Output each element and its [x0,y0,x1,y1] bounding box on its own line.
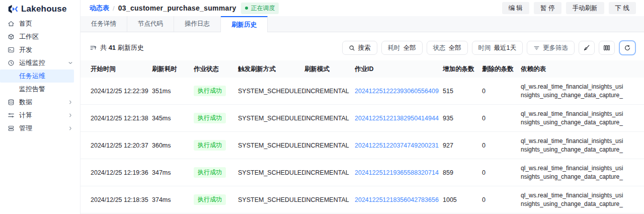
duration-filter-button[interactable]: 耗时 全部 [381,41,423,55]
cell-duration: 360ms [152,142,194,149]
lakehouse-logo-icon [7,4,18,15]
time-filter-button[interactable]: 时间 最近1天 [472,41,523,55]
column-settings-button[interactable] [599,41,615,55]
sidebar-item-label: 数据 [19,98,32,107]
sidebar-item-home[interactable]: 首页 [0,17,80,30]
sidebar-item-data[interactable]: 数据 [0,96,80,109]
status-filter-button[interactable]: 状态 全部 [427,41,468,55]
job-id-link[interactable]: 202412251218356042783656 [355,196,439,203]
sidebar-item-label: 任务运维 [19,72,45,81]
tab-bar: 任务详情 节点代码 操作日志 刷新历史 [80,16,644,32]
col-duration: 刷新耗时 [152,65,194,74]
job-id-link[interactable]: 202412251221382950414944 [355,115,439,122]
filter-value: 最近1天 [494,44,516,52]
workspace-cube-icon [8,33,15,40]
sidebar-item-label: 监控告警 [19,85,45,94]
sidebar-item-admin[interactable]: 管理 [0,122,80,135]
page-title: 03_customer_purchase_summary [118,4,236,12]
cell-duration: 374ms [152,196,194,203]
more-filters-button[interactable]: 更多筛选 [527,41,575,55]
sidebar-nav: 首页 工作区 开发 运维监控 任务运维 监控告 [0,17,80,135]
tab-refresh-history[interactable]: 刷新历史 [221,16,268,32]
count-prefix: 共 [100,44,107,51]
job-status-badge: 执行成功 [194,86,226,96]
list-toolbar: 共 41 刷新历史 搜索 耗时 全部 状态 全部 时间 最 [80,32,644,60]
manual-refresh-button[interactable]: 手动刷新 [566,2,604,14]
cell-start-time: 2024/12/25 12:19:36 [91,169,152,176]
cell-dependent-table: ql_ws.real_time_financial_insights_usi n… [521,137,644,154]
cell-deleted: 0 [482,196,521,203]
tab-operation-log[interactable]: 操作日志 [174,16,221,32]
search-label: 搜索 [358,44,371,52]
filter-lines-icon [533,45,540,51]
chevron-down-icon [68,60,73,65]
count-value: 41 [109,44,116,51]
tab-node-code[interactable]: 节点代码 [127,16,174,32]
sidebar-item-task-ops[interactable]: 任务运维 [0,69,74,83]
cell-deleted: 0 [482,115,521,122]
toolbar-actions: 搜索 耗时 全部 状态 全部 时间 最近1天 更多筛选 [342,40,636,55]
job-id-link[interactable]: 202412251220374749200231 [355,142,439,149]
sidebar-item-monitor-alerts[interactable]: 监控告警 [0,83,80,96]
table-row: 2024/12/25 12:21:38 345ms 执行成功 SYSTEM_SC… [80,105,644,132]
refresh-list-button[interactable] [619,40,636,55]
job-status-badge: 执行成功 [194,194,226,205]
app-logo[interactable]: Lakehouse [0,0,80,17]
cell-start-time: 2024/12/25 12:20:37 [91,142,152,149]
col-status: 作业状态 [194,65,238,74]
filter-value: 全部 [449,44,461,52]
cell-deleted: 0 [482,88,521,95]
table-row: 2024/12/25 12:20:37 360ms 执行成功 SYSTEM_SC… [80,132,644,159]
pause-button[interactable]: 暂 停 [534,2,561,14]
col-deleted: 删除的条数 [482,65,521,74]
cell-added: 859 [443,169,482,176]
cell-mode: INCREMENTAL [304,88,355,95]
cell-dependent-table: ql_ws.real_time_financial_insights_usi n… [521,191,644,208]
status-dot-icon [245,7,248,10]
cell-trigger: SYSTEM_SCHEDULED [238,169,304,176]
refresh-history-table: 开始时间 刷新耗时 作业状态 触发刷新方式 刷新模式 作业ID 增加的条数 删除… [80,60,644,214]
cell-trigger: SYSTEM_SCHEDULED [238,142,304,149]
cell-trigger: SYSTEM_SCHEDULED [238,115,304,122]
search-icon [349,45,355,51]
cell-deleted: 0 [482,142,521,149]
count-suffix: 刷新历史 [118,44,144,51]
col-added: 增加的条数 [443,65,482,74]
clean-broom-button[interactable] [579,41,595,55]
sidebar-item-ops-monitoring[interactable]: 运维监控 [0,56,80,69]
sidebar-item-compute[interactable]: 计算 [0,109,80,122]
sidebar-item-label: 开发 [19,45,32,54]
filter-label: 耗时 [388,44,400,52]
table-row: 2024/12/25 12:18:35 374ms 执行成功 SYSTEM_SC… [80,186,644,213]
edit-button[interactable]: 编 辑 [502,2,529,14]
page-header: 动态表 / 03_customer_purchase_summary 正在调度 … [80,0,644,16]
cell-dependent-table: ql_ws.real_time_financial_insights_usi n… [521,110,644,127]
offline-button[interactable]: 下 线 [609,2,636,14]
cell-added: 935 [443,115,482,122]
chevron-right-icon [68,100,73,105]
sort-lines-icon [90,44,97,51]
filter-label: 状态 [433,44,446,52]
sidebar-item-label: 运维监控 [19,58,45,67]
filter-label: 时间 [478,44,491,52]
job-status-badge: 执行成功 [194,140,226,151]
col-job-id: 作业ID [355,65,443,74]
result-count: 共 41 刷新历史 [90,43,144,52]
job-id-link[interactable]: 202412251222393060556409 [355,88,439,95]
sidebar-item-dev[interactable]: 开发 [0,43,80,56]
sidebar-item-workspace[interactable]: 工作区 [0,30,80,43]
chevron-right-icon [68,113,73,118]
breadcrumb-dynamic-table[interactable]: 动态表 [90,4,109,13]
job-id-link[interactable]: 202412251219365588320714 [355,169,439,176]
cell-trigger: SYSTEM_SCHEDULED [238,88,304,95]
cell-start-time: 2024/12/25 12:21:38 [91,115,152,122]
filter-value: 全部 [404,44,416,52]
search-button[interactable]: 搜索 [342,41,377,55]
tab-task-detail[interactable]: 任务详情 [80,16,127,32]
admin-servers-icon [8,125,15,132]
cell-dependent-table: ql_ws.real_time_financial_insights_usi n… [521,164,644,181]
cell-mode: INCREMENTAL [304,142,355,149]
cell-start-time: 2024/12/25 12:18:35 [91,196,152,203]
table-row: 2024/12/25 12:19:36 347ms 执行成功 SYSTEM_SC… [80,159,644,186]
status-badge-label: 正在调度 [251,4,275,13]
